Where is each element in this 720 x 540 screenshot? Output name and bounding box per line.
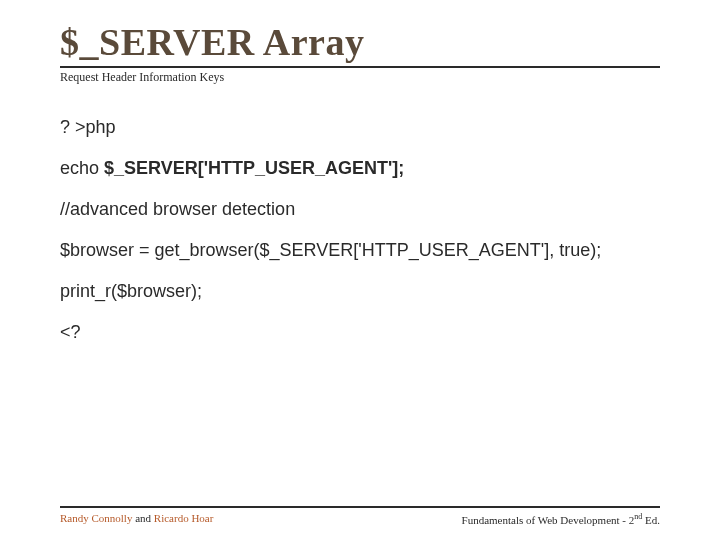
code-line-2: echo $_SERVER['HTTP_USER_AGENT']; — [60, 158, 660, 179]
book-suffix: Ed. — [642, 514, 660, 526]
author-2: Ricardo Hoar — [154, 512, 214, 524]
code-line-2-prefix: echo — [60, 158, 104, 178]
book-prefix: Fundamentals of Web Development - 2 — [462, 514, 635, 526]
code-line-1: ? >php — [60, 117, 660, 138]
page-subtitle: Request Header Information Keys — [60, 70, 660, 85]
code-line-3: //advanced browser detection — [60, 199, 660, 220]
page-title: $_SERVER Array — [60, 20, 660, 64]
footer-row: Randy Connolly and Ricardo Hoar Fundamen… — [60, 512, 660, 526]
title-underline — [60, 66, 660, 68]
code-line-5: print_r($browser); — [60, 281, 660, 302]
code-line-4: $browser = get_browser($_SERVER['HTTP_US… — [60, 240, 660, 261]
footer-authors: Randy Connolly and Ricardo Hoar — [60, 512, 213, 526]
code-line-6: <? — [60, 322, 660, 343]
author-joiner: and — [132, 512, 153, 524]
footer: Randy Connolly and Ricardo Hoar Fundamen… — [60, 506, 660, 526]
code-line-2-bold: $_SERVER['HTTP_USER_AGENT']; — [104, 158, 404, 178]
slide-container: $_SERVER Array Request Header Informatio… — [0, 0, 720, 540]
author-1: Randy Connolly — [60, 512, 132, 524]
footer-book: Fundamentals of Web Development - 2nd Ed… — [462, 512, 660, 526]
footer-divider — [60, 506, 660, 508]
